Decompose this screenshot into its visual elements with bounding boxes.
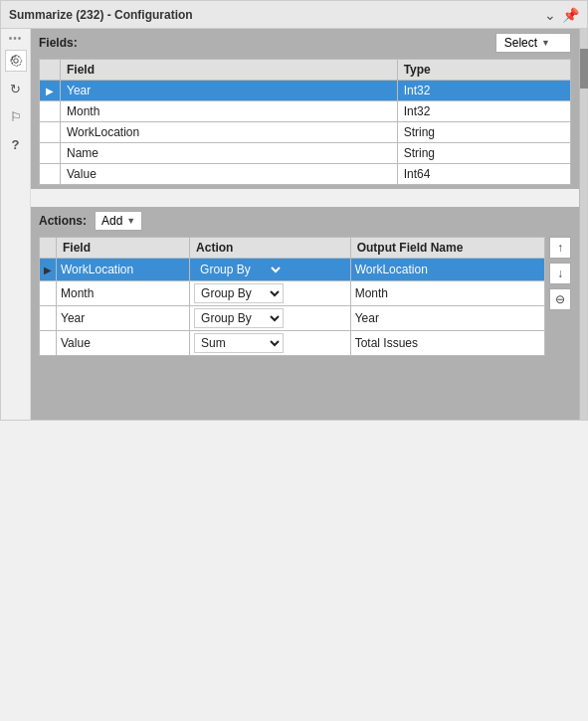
actions-table: Field Action Output Field Name ▶ WorkLoc… — [39, 237, 545, 356]
fields-col-field: Field — [61, 60, 398, 81]
action-field-cell: WorkLocation — [57, 259, 190, 281]
fields-table-row[interactable]: Value Int64 — [40, 164, 571, 185]
actions-col-field: Field — [57, 238, 190, 259]
field-name-cell: Name — [61, 143, 398, 164]
action-type-cell[interactable]: Group BySumCountMinMaxAvg — [190, 259, 351, 281]
actions-table-row[interactable]: Month Group BySumCountMinMaxAvg Month — [40, 281, 545, 306]
move-up-button[interactable]: ↑ — [549, 237, 571, 259]
field-type-cell: Int32 — [397, 101, 570, 122]
move-down-button[interactable]: ↓ — [549, 263, 571, 284]
sidebar-item-refresh[interactable]: ↻ — [5, 78, 27, 99]
main-panel: Summarize (232) - Configuration ⌄ 📌 ••• … — [0, 0, 588, 421]
header-icons: ⌄ 📌 — [544, 7, 579, 23]
fields-table-row[interactable]: Name String — [40, 143, 571, 164]
panel-title: Summarize (232) - Configuration — [9, 8, 193, 22]
fields-section: Fields: Select Field Type — [31, 29, 579, 189]
fields-label: Fields: — [39, 36, 78, 50]
tag-icon: ⚐ — [10, 109, 22, 124]
actions-table-row[interactable]: Value Group BySumCountMinMaxAvg Total Is… — [40, 331, 545, 356]
row-arrow-icon: ▶ — [46, 86, 54, 96]
fields-col-type: Type — [397, 60, 570, 81]
actions-col-output: Output Field Name — [350, 238, 544, 259]
main-layout: ••• ↻ ⚐ ? Fields: — [1, 29, 587, 420]
chevron-icon[interactable]: ⌄ — [544, 7, 556, 23]
actions-col-arrow — [40, 238, 57, 259]
row-arrow-cell — [40, 306, 57, 331]
sidebar-dots: ••• — [9, 33, 23, 44]
sidebar: ••• ↻ ⚐ ? — [1, 29, 31, 420]
field-name-cell: Month — [61, 101, 398, 122]
row-arrow-cell — [40, 122, 61, 143]
select-button[interactable]: Select — [495, 33, 571, 53]
sidebar-item-help[interactable]: ? — [5, 133, 27, 155]
action-field-cell: Year — [57, 306, 190, 331]
down-arrow-icon: ↓ — [557, 267, 563, 280]
fields-table-header-row: Field Type — [40, 60, 571, 81]
fields-col-arrow — [40, 60, 61, 81]
action-select[interactable]: Group BySumCountMinMaxAvg — [194, 261, 284, 278]
action-output-cell: WorkLocation — [350, 259, 544, 281]
actions-table-header-row: Field Action Output Field Name — [40, 238, 545, 259]
field-type-cell: String — [397, 143, 570, 164]
fields-table-row[interactable]: WorkLocation String — [40, 122, 571, 143]
row-arrow-cell: ▶ — [40, 81, 61, 101]
fields-header: Fields: Select — [39, 33, 571, 53]
actions-col-action: Action — [190, 238, 351, 259]
actions-layout: Field Action Output Field Name ▶ WorkLoc… — [39, 237, 571, 416]
field-type-cell: Int64 — [397, 164, 570, 185]
help-icon: ? — [12, 137, 20, 152]
actions-empty-area — [39, 356, 545, 416]
add-button[interactable]: Add — [95, 211, 142, 231]
remove-button[interactable]: ⊖ — [549, 288, 571, 310]
row-arrow-cell: ▶ — [40, 259, 57, 281]
actions-table-wrap: Field Action Output Field Name ▶ WorkLoc… — [39, 237, 545, 416]
fields-table-row[interactable]: Month Int32 — [40, 101, 571, 122]
panel-header: Summarize (232) - Configuration ⌄ 📌 — [1, 1, 587, 29]
remove-icon: ⊖ — [555, 292, 565, 306]
field-type-cell: String — [397, 122, 570, 143]
actions-label: Actions: — [39, 214, 87, 228]
action-output-cell: Year — [350, 306, 544, 331]
actions-section: Actions: Add Field Action — [31, 207, 579, 420]
right-scrollbar[interactable] — [579, 29, 587, 420]
action-field-cell: Value — [57, 331, 190, 356]
actions-table-row[interactable]: Year Group BySumCountMinMaxAvg Year — [40, 306, 545, 331]
sidebar-item-settings[interactable] — [5, 50, 27, 72]
row-arrow-cell — [40, 164, 61, 185]
row-arrow-cell — [40, 143, 61, 164]
scrollbar-thumb[interactable] — [580, 49, 588, 89]
sidebar-item-tag[interactable]: ⚐ — [5, 105, 27, 127]
gear-icon — [9, 54, 23, 68]
section-separator — [31, 189, 579, 207]
action-buttons-panel: ↑ ↓ ⊖ — [549, 237, 571, 310]
fields-table-row[interactable]: ▶ Year Int32 — [40, 81, 571, 101]
action-field-cell: Month — [57, 281, 190, 306]
action-select[interactable]: Group BySumCountMinMaxAvg — [194, 333, 284, 353]
actions-table-row[interactable]: ▶ WorkLocation Group BySumCountMinMaxAvg… — [40, 259, 545, 281]
field-name-cell: Value — [61, 164, 398, 185]
field-name-cell: Year — [61, 81, 398, 101]
action-type-cell[interactable]: Group BySumCountMinMaxAvg — [190, 306, 351, 331]
action-output-cell: Total Issues — [350, 331, 544, 356]
action-select[interactable]: Group BySumCountMinMaxAvg — [194, 308, 284, 328]
action-type-cell[interactable]: Group BySumCountMinMaxAvg — [190, 331, 351, 356]
row-arrow-cell — [40, 331, 57, 356]
action-select[interactable]: Group BySumCountMinMaxAvg — [194, 283, 284, 303]
field-type-cell: Int32 — [397, 81, 570, 101]
field-name-cell: WorkLocation — [61, 122, 398, 143]
fields-table: Field Type ▶ Year Int32 Month Int32 Work… — [39, 59, 571, 185]
row-arrow-icon: ▶ — [44, 265, 52, 275]
up-arrow-icon: ↑ — [557, 241, 563, 255]
action-type-cell[interactable]: Group BySumCountMinMaxAvg — [190, 281, 351, 306]
action-output-cell: Month — [350, 281, 544, 306]
fields-table-wrap: Field Type ▶ Year Int32 Month Int32 Work… — [39, 59, 571, 189]
refresh-icon: ↻ — [10, 82, 21, 96]
row-arrow-cell — [40, 281, 57, 306]
content-area: Fields: Select Field Type — [31, 29, 579, 420]
actions-header: Actions: Add — [39, 211, 571, 231]
row-arrow-cell — [40, 101, 61, 122]
pin-icon[interactable]: 📌 — [562, 7, 579, 23]
